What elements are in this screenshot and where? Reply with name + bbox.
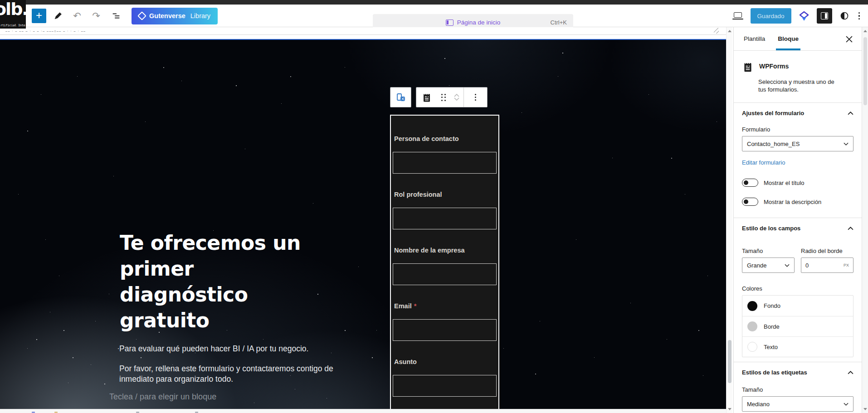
color-row-texto[interactable]: Texto [742,336,853,357]
chevron-up-icon [848,371,853,374]
cover-section[interactable]: Te ofrecemos un primer diagnóstico gratu… [0,39,726,409]
panel-field-styles: Estilo de los campos Tamaño Grande Radio… [742,218,853,362]
panel-label-styles-header[interactable]: Estilos de las etiquetas [742,362,853,383]
cover-paragraph-2[interactable]: Por favor, rellena este formulario y con… [119,364,333,384]
size-label: Tamaño [742,248,795,254]
select-parent-button[interactable] [390,87,411,107]
contrast-icon[interactable] [839,11,849,21]
gutenverse-diamond-icon [137,11,146,20]
undo-icon: ↶ [73,10,81,21]
block-movers[interactable] [450,87,463,107]
sidebar-panel-icon [821,12,828,19]
form-field-input[interactable] [393,319,497,341]
block-toolbar [390,87,488,107]
panel-field-styles-header[interactable]: Estilo de los campos [742,218,853,238]
canvas-scrollbar-thumb[interactable] [728,340,731,383]
move-down-icon [454,97,459,101]
laptop-icon [734,12,742,18]
clipped-nav-text: –– · – –– – · – – ·– –––○–– – · · – · –– [5,29,259,33]
tab-plantilla[interactable]: Plantilla [737,27,771,50]
sidebar-scroll-down-arrow[interactable] [863,408,867,410]
wpforms-block-icon [421,92,432,103]
edit-form-link[interactable]: Editar formulario [742,159,785,166]
sidebar-scroll-up-arrow[interactable] [863,30,867,32]
drag-dots-icon [441,94,446,101]
form-field-input[interactable] [393,375,497,397]
block-card-title: WPForms [759,61,789,73]
more-options-button[interactable] [857,10,862,21]
site-logo-subtext: rtificial Inte [0,24,25,27]
gutenverse-library-button[interactable]: Gutenverse Library [132,8,218,24]
panel-form-settings-header[interactable]: Ajustes del formulario [742,103,853,123]
chevron-up-icon [848,227,853,230]
form-field-label: Rol profesional [394,191,497,198]
panel-form-settings: Ajustes del formulario Formulario Contac… [742,103,853,218]
sidebar-scrollbar-thumb[interactable] [863,37,867,105]
form-field-input[interactable] [393,208,497,229]
label-size-select[interactable]: Mediano [742,396,853,412]
pencil-icon [53,11,63,21]
drag-handle[interactable] [437,87,450,107]
show-description-toggle-row: Mostrar la descripción [742,198,853,206]
form-field-input[interactable] [393,152,497,174]
settings-sidebar: Plantilla Bloque WPForms Selec [733,27,862,413]
block-type-button[interactable] [416,87,437,107]
list-view-icon [111,11,121,21]
show-description-toggle[interactable] [742,198,758,206]
border-radius-input[interactable]: 0 PX [801,258,853,273]
color-row-fondo[interactable]: Fondo [742,296,853,316]
gutenberg-editor: + ↶ ↷ Gutenverse Library [0,0,868,413]
color-swatch-borde [747,321,757,331]
close-sidebar-button[interactable] [841,27,857,51]
show-title-toggle-row: Mostrar el título [742,179,853,187]
form-field-label: Persona de contacto [394,135,497,142]
undo-button[interactable]: ↶ [72,10,83,21]
header-right-tools: Guardado [732,5,862,27]
site-logo: olb. rtificial Inte [0,0,26,29]
block-inserter-button[interactable]: + [32,9,46,23]
scroll-up-arrow[interactable] [728,30,731,32]
formulario-select[interactable]: Contacto_home_ES [742,136,853,151]
colors-table: Fondo Borde Texto [742,295,853,357]
scroll-down-arrow[interactable] [728,408,731,410]
form-field-input[interactable] [393,263,497,285]
field-size-select[interactable]: Grande [742,258,795,273]
template-icon [446,19,454,26]
color-row-borde[interactable]: Borde [742,316,853,336]
block-appender-placeholder[interactable]: Teclea / para elegir un bloque [109,392,216,402]
editor-bottom-bar [0,409,726,413]
form-field-label: Email* [394,302,497,310]
show-description-label: Mostrar la descripción [764,199,821,205]
chevron-down-icon [844,142,848,146]
color-swatch-fondo [747,301,757,311]
sidebar-scrollbar[interactable] [862,27,868,413]
cover-heading[interactable]: Te ofrecemos un primer diagnóstico gratu… [120,230,301,333]
block-options-button[interactable] [464,87,487,107]
saved-button[interactable]: Guardado [751,8,791,24]
redo-icon: ↷ [92,10,100,21]
close-icon [846,36,853,43]
preview-button[interactable] [732,11,743,20]
list-view-button[interactable] [111,10,122,21]
cover-paragraph-1[interactable]: Para evaluar qué pueden hacer BI / IA po… [119,344,308,354]
canvas-scrollbar[interactable] [726,27,732,413]
gutenverse-label-bold: Gutenverse [149,12,185,19]
kebab-icon [475,94,476,101]
form-field-label: Nombre de la empresa [394,247,497,254]
redo-button[interactable]: ↷ [91,10,102,21]
sidebar-tabs: Plantilla Bloque [734,27,862,51]
chevron-down-icon [844,403,848,406]
settings-sidebar-toggle[interactable] [817,8,832,24]
editor-header: + ↶ ↷ Gutenverse Library [0,5,868,27]
show-title-toggle[interactable] [742,179,758,187]
colors-label: Colores [742,285,853,292]
block-controls-group [416,87,488,107]
resize-grip-icon[interactable] [713,28,719,34]
starfield-bright-layer [0,40,1,41]
gutenverse-logo-icon[interactable] [799,10,809,21]
wpforms-block[interactable]: Persona de contacto Rol profesional Nomb… [390,115,499,409]
color-swatch-texto [747,342,757,352]
chevron-down-icon [785,264,790,267]
tab-bloque[interactable]: Bloque [771,27,805,50]
edit-tool-button[interactable] [53,10,63,21]
